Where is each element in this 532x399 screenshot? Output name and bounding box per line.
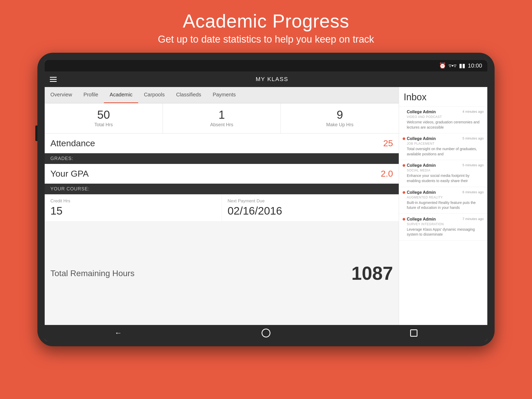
stats-row: 50 Total Hrs 1 Absent Hrs 9 Make Up Hrs [45, 103, 399, 134]
app-bar: MY KLASS [45, 71, 487, 87]
nav-bar [45, 325, 487, 341]
inbox-preview: Total oversight on the number of graduat… [407, 147, 484, 157]
inbox-category: VIDEO AND PODCAST [407, 115, 484, 119]
inbox-sender: College Admin [407, 190, 436, 195]
inbox-time: 7 minutes ago [462, 217, 484, 221]
inbox-sender: College Admin [407, 163, 436, 168]
attendance-section: Attendance 25 [45, 134, 399, 153]
inbox-time: 4 minutes ago [462, 110, 484, 114]
inbox-sender: College Admin [407, 110, 436, 114]
inbox-item[interactable]: College Admin 6 minutes ago AUGMENTED RE… [399, 187, 487, 214]
hamburger-line-3 [50, 81, 57, 82]
tablet-screen: ⏰ ▿•▿ ▮▮ 10:00 MY KLASS Overview Pro [45, 60, 487, 341]
inbox-preview: Leverage Klass Apps' dynamic messaging s… [407, 227, 484, 237]
clock-time: 10:00 [468, 62, 482, 69]
back-button[interactable] [115, 329, 122, 337]
unread-dot [403, 137, 405, 140]
gpa-value: 2.0 [381, 169, 393, 179]
page-title: Academic Progress [158, 10, 374, 32]
inbox-category: SOCIAL MEDIA [407, 169, 484, 172]
alarm-icon: ⏰ [439, 62, 446, 69]
tab-profile[interactable]: Profile [78, 87, 104, 103]
tablet-side-button [35, 125, 37, 141]
total-hrs-label: Total Hrs [47, 122, 160, 128]
inbox-preview: Enhance your social media footprint by e… [407, 173, 484, 183]
inbox-time: 6 minutes ago [462, 190, 484, 194]
course-info: Credit Hrs 15 Next Payment Due 02/16/201… [45, 194, 399, 222]
inbox-time: 5 minutes ago [462, 136, 484, 140]
inbox-list: College Admin 4 minutes ago VIDEO AND PO… [399, 107, 487, 325]
inbox-time: 5 minutes ago [462, 163, 484, 167]
inbox-item[interactable]: College Admin 5 minutes ago SOCIAL MEDIA… [399, 160, 487, 187]
hamburger-line-2 [50, 79, 57, 80]
unread-dot [403, 218, 405, 221]
recents-button[interactable] [410, 329, 417, 337]
inbox-preview: Built-in Augmented Reality feature puts … [407, 200, 484, 210]
home-button[interactable] [262, 329, 270, 337]
absent-hrs-label: Absent Hrs [165, 122, 278, 128]
next-payment-sublabel: Next Payment Due [228, 198, 393, 204]
stat-total-hrs: 50 Total Hrs [45, 103, 163, 133]
next-payment-value: 02/16/2016 [228, 205, 393, 217]
grades-bar: GRADES: [45, 153, 399, 164]
unread-dot [403, 191, 405, 194]
makeup-hrs-label: Make Up Hrs [283, 122, 396, 128]
attendance-label: Attendance [50, 138, 95, 148]
left-panel: Overview Profile Academic Carpools Class… [45, 87, 399, 325]
stat-makeup-hrs: 9 Make Up Hrs [281, 103, 399, 133]
page-header: Academic Progress Get up to date statist… [158, 0, 374, 53]
gpa-section: Your GPA 2.0 [45, 164, 399, 184]
inbox-category: AUGMENTED REALITY [407, 196, 484, 199]
attendance-value: 25 [383, 138, 393, 148]
makeup-hrs-value: 9 [283, 109, 396, 121]
total-remaining-section: Total Remaining Hours 1087 [45, 222, 399, 325]
inbox-item[interactable]: College Admin 5 minutes ago JOB PLACEMEN… [399, 133, 487, 160]
tab-overview[interactable]: Overview [45, 87, 78, 103]
credit-hrs-sublabel: Credit Hrs [50, 198, 216, 204]
inbox-category: SURVEY INTEGRATION [407, 222, 484, 226]
inbox-category: JOB PLACEMENT [407, 142, 484, 145]
inbox-sender: College Admin [407, 136, 436, 141]
inbox-panel: Inbox College Admin 4 minutes ago VIDEO … [399, 87, 487, 325]
tab-carpools[interactable]: Carpools [138, 87, 170, 103]
battery-icon: ▮▮ [459, 62, 465, 69]
absent-hrs-value: 1 [165, 109, 278, 121]
credit-hrs-col: Credit Hrs 15 [45, 194, 222, 221]
course-bar: YOUR COURSE: [45, 184, 399, 194]
app-bar-title: MY KLASS [62, 76, 482, 83]
nav-tabs: Overview Profile Academic Carpools Class… [45, 87, 399, 103]
total-remaining-value: 1087 [351, 263, 393, 284]
main-content: Overview Profile Academic Carpools Class… [45, 87, 487, 325]
stat-absent-hrs: 1 Absent Hrs [163, 103, 281, 133]
gpa-label: Your GPA [50, 169, 89, 179]
status-bar: ⏰ ▿•▿ ▮▮ 10:00 [45, 60, 487, 71]
hamburger-menu[interactable] [50, 77, 57, 82]
credit-hrs-value: 15 [50, 205, 216, 217]
tab-classifieds[interactable]: Classifieds [170, 87, 207, 103]
total-hrs-value: 50 [47, 109, 160, 121]
unread-dot [403, 164, 405, 167]
inbox-header: Inbox [399, 87, 487, 107]
hamburger-line-1 [50, 77, 57, 78]
inbox-title: Inbox [404, 92, 483, 103]
inbox-item[interactable]: College Admin 7 minutes ago SURVEY INTEG… [399, 214, 487, 241]
course-bar-label: YOUR COURSE: [50, 186, 90, 191]
inbox-sender: College Admin [407, 217, 436, 222]
tab-payments[interactable]: Payments [207, 87, 242, 103]
next-payment-col: Next Payment Due 02/16/2016 [222, 194, 399, 221]
page-subtitle: Get up to date statistics to help you ke… [158, 34, 374, 45]
status-icons: ⏰ ▿•▿ ▮▮ 10:00 [439, 62, 482, 69]
total-remaining-label: Total Remaining Hours [50, 269, 135, 278]
grades-label: GRADES: [50, 156, 73, 161]
tab-academic[interactable]: Academic [104, 87, 138, 103]
inbox-preview: Welcome videos, graduation ceremonies an… [407, 120, 484, 130]
wifi-icon: ▿•▿ [449, 62, 456, 69]
tablet-frame: ⏰ ▿•▿ ▮▮ 10:00 MY KLASS Overview Pro [37, 53, 495, 346]
inbox-item[interactable]: College Admin 4 minutes ago VIDEO AND PO… [399, 107, 487, 133]
